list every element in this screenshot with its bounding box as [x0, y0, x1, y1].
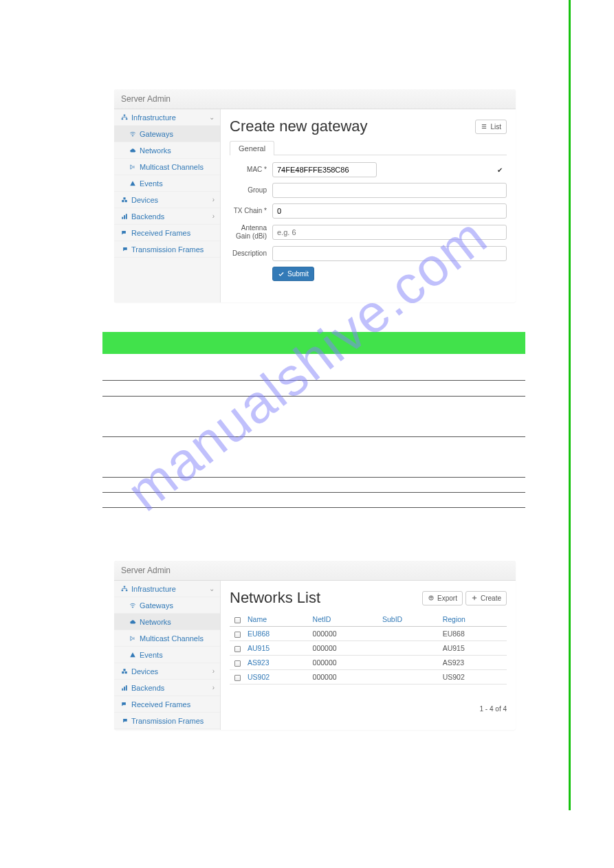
- comments-icon: [121, 717, 128, 724]
- tab-general[interactable]: General: [230, 141, 274, 155]
- sidebar-item-multicast[interactable]: Multicast Channels: [114, 159, 220, 175]
- svg-rect-15: [125, 671, 127, 674]
- col-name[interactable]: Name: [245, 612, 310, 627]
- col-check[interactable]: [230, 612, 245, 627]
- admin-panel-networks: Server Admin Infrastructure ⌄ Gateways N…: [114, 561, 516, 730]
- content-head: Create new gateway List: [230, 118, 507, 135]
- cell-subid: [380, 627, 440, 641]
- sidebar-item-transmission[interactable]: Transmission Frames: [114, 241, 220, 258]
- svg-rect-0: [124, 114, 126, 115]
- sidebar-item-backends[interactable]: Backends ›: [114, 208, 220, 225]
- cell-netid: 000000: [310, 670, 380, 685]
- sidebar-label: Gateways: [140, 601, 173, 610]
- sidebar-item-devices[interactable]: Devices ›: [114, 192, 220, 208]
- svg-rect-8: [124, 215, 125, 219]
- page-right-border: [569, 0, 571, 810]
- sidebar-item-received[interactable]: Received Frames: [114, 696, 220, 713]
- cell-check[interactable]: [230, 627, 245, 641]
- sidebar-label: Multicast Channels: [140, 634, 204, 643]
- cell-region: AU915: [440, 641, 507, 656]
- col-subid[interactable]: SubID: [380, 612, 440, 627]
- list-button-label: List: [490, 123, 501, 131]
- panel-title: Server Admin: [121, 94, 171, 104]
- col-region[interactable]: Region: [440, 612, 507, 627]
- sidebar-label: Gateways: [140, 130, 173, 138]
- checkbox[interactable]: [234, 646, 241, 652]
- page: manualshive.com Server Admin Infrastruct…: [0, 0, 614, 868]
- sidebar-label: Backends: [131, 684, 164, 692]
- svg-rect-19: [126, 685, 127, 691]
- input-txchain[interactable]: [272, 203, 507, 219]
- sidebar-item-transmission[interactable]: Transmission Frames: [114, 713, 220, 729]
- chevron-right-icon: ›: [212, 196, 215, 203]
- chevron-right-icon: ›: [212, 684, 215, 691]
- cell-check[interactable]: [230, 670, 245, 685]
- sidebar-label: Devices: [131, 667, 158, 676]
- chevron-down-icon: ⌄: [209, 585, 215, 592]
- create-button[interactable]: Create: [465, 591, 507, 605]
- table-header-row: Name NetID SubID Region: [230, 612, 507, 627]
- separator: [102, 436, 525, 437]
- sidebar-label: Networks: [140, 618, 171, 626]
- sidebar-label: Multicast Channels: [140, 163, 204, 171]
- submit-button[interactable]: Submit: [272, 267, 314, 281]
- sidebar-item-networks[interactable]: Networks: [114, 142, 220, 159]
- checkbox[interactable]: [234, 632, 241, 638]
- comments-icon: [121, 230, 128, 236]
- cell-region: AS923: [440, 656, 507, 670]
- list-button[interactable]: List: [475, 120, 507, 134]
- export-icon: [428, 594, 435, 601]
- button-group: Export Create: [422, 591, 507, 605]
- sidebar-item-infrastructure[interactable]: Infrastructure ⌄: [114, 109, 220, 126]
- content: Create new gateway List General MAC * ✔: [221, 109, 516, 302]
- cell-check[interactable]: [230, 641, 245, 656]
- chevron-down-icon: ⌄: [209, 113, 215, 121]
- sidebar-item-infrastructure[interactable]: Infrastructure ⌄: [114, 581, 220, 597]
- checkbox[interactable]: [234, 617, 241, 623]
- cell-netid: 000000: [310, 641, 380, 656]
- admin-panel-gateway: Server Admin Infrastructure ⌄ Gateways N…: [114, 89, 516, 302]
- sidebar-item-gateways[interactable]: Gateways: [114, 597, 220, 614]
- cloud-icon: [129, 619, 136, 625]
- svg-rect-5: [125, 200, 127, 202]
- sidebar-item-multicast[interactable]: Multicast Channels: [114, 630, 220, 647]
- export-button[interactable]: Export: [422, 591, 463, 605]
- checkbox[interactable]: [234, 660, 241, 667]
- networks-table: Name NetID SubID Region EU868000000EU868…: [230, 612, 507, 685]
- input-antenna[interactable]: [272, 225, 507, 240]
- sidebar-item-events[interactable]: Events: [114, 175, 220, 192]
- form-row-group: Group: [230, 183, 507, 198]
- network-link[interactable]: US902: [248, 673, 270, 681]
- form-row-mac: MAC * ✔: [230, 162, 507, 177]
- panel-title: Server Admin: [121, 566, 171, 575]
- svg-rect-4: [122, 200, 124, 202]
- chart-icon: [121, 213, 128, 220]
- chevron-right-icon: ›: [212, 667, 215, 675]
- input-description[interactable]: [272, 246, 507, 261]
- input-mac[interactable]: [272, 162, 377, 177]
- export-label: Export: [437, 594, 457, 602]
- separator: [102, 396, 525, 397]
- sidebar-item-events[interactable]: Events: [114, 647, 220, 663]
- sidebar-item-gateways[interactable]: Gateways: [114, 126, 220, 142]
- svg-rect-17: [122, 688, 123, 690]
- sidebar-item-received[interactable]: Received Frames: [114, 225, 220, 241]
- sidebar-item-devices[interactable]: Devices ›: [114, 663, 220, 680]
- submit-label: Submit: [287, 270, 309, 278]
- broadcast-icon: [129, 164, 136, 170]
- sidebar-item-backends[interactable]: Backends ›: [114, 680, 220, 696]
- content: Networks List Export Create: [221, 581, 516, 730]
- table-row: AS923000000AS923: [230, 656, 507, 670]
- cell-netid: 000000: [310, 656, 380, 670]
- sidebar: Infrastructure ⌄ Gateways Networks Multi…: [114, 581, 221, 730]
- checkbox[interactable]: [234, 675, 241, 681]
- network-link[interactable]: AS923: [248, 658, 270, 667]
- sidebar-item-networks[interactable]: Networks: [114, 614, 220, 630]
- network-link[interactable]: AU915: [248, 644, 270, 652]
- network-link[interactable]: EU868: [248, 630, 270, 638]
- col-netid[interactable]: NetID: [310, 612, 380, 627]
- sidebar-label: Infrastructure: [131, 585, 176, 593]
- cell-check[interactable]: [230, 656, 245, 670]
- input-group[interactable]: [272, 183, 507, 198]
- chevron-right-icon: ›: [212, 212, 215, 220]
